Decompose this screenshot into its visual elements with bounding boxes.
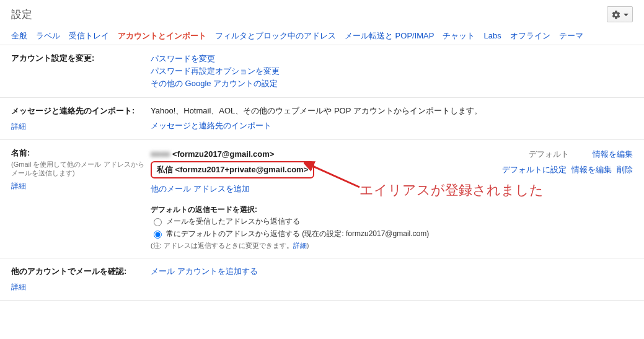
check-other-details-link[interactable]: 詳細 xyxy=(11,282,26,293)
name-subtitle: (Gmail を使用して他のメール アドレスからメールを送信します) xyxy=(11,160,151,177)
reply-mode-title: デフォルトの返信モードを選択: xyxy=(151,205,633,215)
tab-4[interactable]: フィルタとブロック中のアドレス xyxy=(215,27,336,45)
reply-note: (注: アドレスは返信するときに変更できます。詳細) xyxy=(151,241,633,250)
account-link-0[interactable]: パスワードを変更 xyxy=(151,53,633,65)
tab-0[interactable]: 全般 xyxy=(11,27,27,45)
svg-line-0 xyxy=(310,165,359,187)
page-title: 設定 xyxy=(11,7,32,22)
import-title: メッセージと連絡先のインポート: xyxy=(11,105,151,117)
account-link-2[interactable]: その他の Google アカウントの設定 xyxy=(151,77,633,90)
reply-mode-radio[interactable] xyxy=(154,218,162,226)
reply-mode-label: 常にデフォルトのアドレスから返信する (現在の設定: formzu2017@gm… xyxy=(166,227,429,240)
tab-1[interactable]: ラベル xyxy=(36,27,60,45)
check-other-title: 他のアカウントでメールを確認: xyxy=(11,266,151,277)
tab-3[interactable]: アカウントとインポート xyxy=(118,27,206,45)
send-as-row: ■■■■ <formzu2017@gmail.com>デフォルト情報を編集 xyxy=(151,147,633,161)
alias-address-highlight: 私信 <formzu2017+private@gmail.com> xyxy=(151,161,314,178)
reply-mode-label: メールを受信したアドレスから返信する xyxy=(166,215,300,227)
add-mail-account-link[interactable]: メール アカウントを追加する xyxy=(151,266,258,276)
import-messages-link[interactable]: メッセージと連絡先のインポート xyxy=(151,121,271,130)
tab-8[interactable]: オフライン xyxy=(510,27,550,45)
tab-6[interactable]: チャット xyxy=(443,27,475,45)
row-action[interactable]: 情報を編集 xyxy=(593,149,633,159)
import-description: Yahoo!、Hotmail、AOL、その他のウェブメールや POP アカウント… xyxy=(151,105,633,117)
row-action[interactable]: デフォルトに設定 xyxy=(502,165,567,174)
row-action[interactable]: 情報を編集 xyxy=(571,165,612,174)
settings-tabs: 全般ラベル受信トレイアカウントとインポートフィルタとブロック中のアドレスメール転… xyxy=(0,27,644,45)
reply-note-link[interactable]: 詳細 xyxy=(293,242,307,249)
account-link-1[interactable]: パスワード再設定オプションを変更 xyxy=(151,65,633,77)
tab-2[interactable]: 受信トレイ xyxy=(69,27,109,45)
settings-gear-button[interactable] xyxy=(607,6,633,22)
reply-mode-option[interactable]: 常にデフォルトのアドレスから返信する (現在の設定: formzu2017@gm… xyxy=(151,227,633,240)
annotation-arrow xyxy=(304,161,366,192)
caret-down-icon xyxy=(624,14,629,16)
send-as-row: 私信 <formzu2017+private@gmail.com>デフォルトに設… xyxy=(151,161,633,178)
default-status: デフォルト xyxy=(529,149,569,159)
tab-5[interactable]: メール転送と POP/IMAP xyxy=(345,27,434,45)
name-details-link[interactable]: 詳細 xyxy=(11,181,26,192)
tab-9[interactable]: テーマ xyxy=(559,27,583,45)
tab-7[interactable]: Labs xyxy=(483,27,501,45)
reply-mode-radio[interactable] xyxy=(154,231,162,239)
send-as-address: <formzu2017@gmail.com> xyxy=(170,149,274,159)
annotation-text: エイリアスが登録されました xyxy=(359,181,544,200)
import-details-link[interactable]: 詳細 xyxy=(11,121,26,132)
gear-icon xyxy=(611,10,621,20)
account-settings-label: アカウント設定を変更: xyxy=(11,53,151,64)
add-another-address-link[interactable]: 他のメール アドレスを追加 xyxy=(151,184,250,193)
reply-mode-option[interactable]: メールを受信したアドレスから返信する xyxy=(151,215,633,227)
name-title: 名前: xyxy=(11,147,151,159)
row-action[interactable]: 削除 xyxy=(617,165,633,174)
